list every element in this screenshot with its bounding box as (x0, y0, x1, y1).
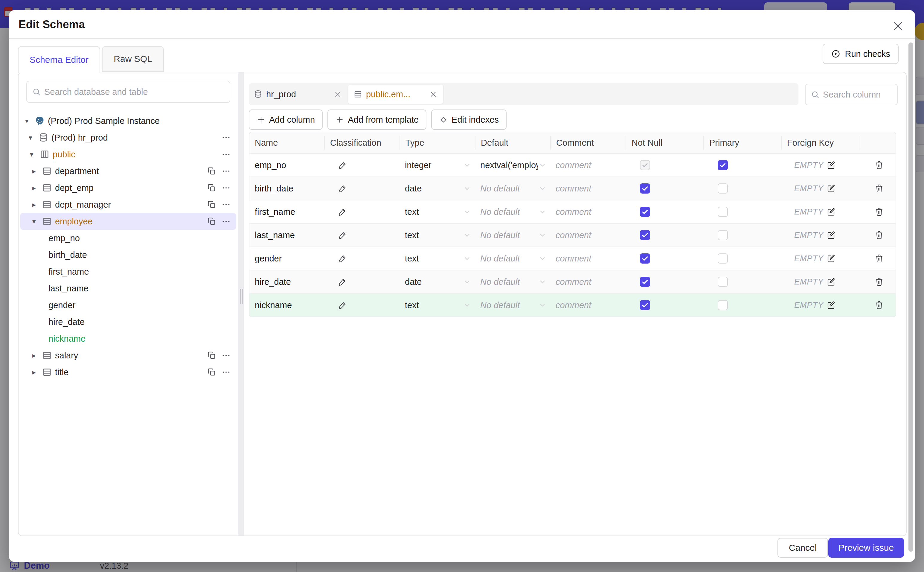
more-menu-icon[interactable] (222, 351, 231, 360)
close-icon[interactable] (891, 19, 905, 33)
not-null-checkbox[interactable] (640, 300, 650, 310)
edit-foreign-key-icon[interactable] (826, 161, 836, 169)
delete-column-icon[interactable] (874, 207, 884, 217)
more-menu-icon[interactable] (222, 368, 231, 377)
classification-edit-icon[interactable] (338, 301, 347, 309)
delete-column-icon[interactable] (874, 300, 884, 310)
column-default[interactable]: No default (480, 300, 538, 310)
column-search[interactable] (805, 84, 898, 105)
copy-icon[interactable] (207, 166, 216, 176)
edit-foreign-key-icon[interactable] (826, 254, 836, 263)
classification-edit-icon[interactable] (338, 277, 347, 286)
chevron-down-icon[interactable] (463, 301, 471, 309)
primary-checkbox[interactable] (718, 300, 728, 310)
sidebar-search-input[interactable] (44, 87, 229, 97)
copy-icon[interactable] (207, 351, 216, 360)
chevron-down-icon[interactable] (538, 278, 547, 286)
caret-icon[interactable]: ▸ (32, 184, 42, 192)
not-null-checkbox[interactable] (640, 183, 650, 194)
tree-item[interactable]: ▸ dept_emp (19, 179, 238, 196)
tree-item[interactable]: ▾ employee (20, 213, 236, 230)
tree-item[interactable]: hire_date (19, 314, 238, 330)
caret-icon[interactable]: ▾ (25, 117, 35, 125)
add-column-button[interactable]: Add column (249, 109, 322, 130)
chevron-down-icon[interactable] (463, 208, 471, 216)
chevron-down-icon[interactable] (538, 184, 547, 193)
chevron-down-icon[interactable] (538, 231, 547, 239)
tab-schema-editor[interactable]: Schema Editor (18, 46, 100, 73)
chevron-down-icon[interactable] (463, 161, 471, 169)
tree-item[interactable]: nickname (19, 330, 238, 347)
column-default[interactable]: nextval('employ (480, 160, 538, 170)
tab-raw-sql[interactable]: Raw SQL (102, 46, 164, 72)
caret-icon[interactable]: ▸ (32, 167, 42, 175)
column-default[interactable]: No default (480, 277, 538, 287)
tree-item[interactable]: ▸ dept_manager (19, 196, 238, 213)
not-null-checkbox[interactable] (640, 160, 650, 170)
more-menu-icon[interactable] (222, 217, 231, 226)
more-menu-icon[interactable] (222, 133, 231, 142)
tab-public-employee[interactable]: public.em... (348, 85, 443, 104)
preview-issue-button[interactable]: Preview issue (828, 538, 904, 558)
comment-input[interactable]: comment (556, 230, 591, 240)
not-null-checkbox[interactable] (640, 277, 650, 287)
classification-edit-icon[interactable] (338, 207, 347, 216)
column-type[interactable]: date (405, 184, 422, 194)
modal-scrollbar[interactable] (908, 42, 913, 552)
primary-checkbox[interactable] (718, 160, 728, 170)
delete-column-icon[interactable] (874, 254, 884, 263)
cancel-button[interactable]: Cancel (777, 538, 828, 558)
tree-item[interactable]: ▾ (Prod) Prod Sample Instance (19, 112, 238, 129)
classification-edit-icon[interactable] (338, 184, 347, 193)
chevron-down-icon[interactable] (538, 161, 547, 169)
edit-foreign-key-icon[interactable] (826, 184, 836, 193)
run-checks-button[interactable]: Run checks (823, 44, 899, 64)
tree-item[interactable]: ▸ department (19, 163, 238, 179)
column-default[interactable]: No default (480, 254, 538, 264)
classification-edit-icon[interactable] (338, 161, 347, 169)
column-type[interactable]: text (405, 230, 419, 240)
tree-item[interactable]: birth_date (19, 247, 238, 263)
delete-column-icon[interactable] (874, 160, 884, 170)
comment-input[interactable]: comment (556, 160, 591, 170)
primary-checkbox[interactable] (718, 183, 728, 194)
chevron-down-icon[interactable] (463, 184, 471, 193)
chevron-down-icon[interactable] (463, 254, 471, 263)
caret-icon[interactable]: ▾ (29, 134, 38, 142)
not-null-checkbox[interactable] (640, 230, 650, 240)
column-type[interactable]: text (405, 300, 419, 310)
delete-column-icon[interactable] (874, 230, 884, 240)
tree-item[interactable]: gender (19, 297, 238, 314)
tree-item[interactable]: last_name (19, 280, 238, 297)
sidebar-search[interactable] (26, 81, 230, 103)
close-tab-icon[interactable] (334, 90, 341, 98)
edit-foreign-key-icon[interactable] (826, 231, 836, 239)
delete-column-icon[interactable] (874, 277, 884, 287)
comment-input[interactable]: comment (556, 277, 591, 287)
copy-icon[interactable] (207, 200, 216, 209)
copy-icon[interactable] (207, 368, 216, 377)
comment-input[interactable]: comment (556, 184, 591, 194)
primary-checkbox[interactable] (718, 253, 728, 264)
column-type[interactable]: integer (405, 160, 431, 170)
more-menu-icon[interactable] (222, 166, 231, 176)
caret-icon[interactable]: ▸ (32, 351, 42, 360)
column-default[interactable]: No default (480, 207, 538, 217)
chevron-down-icon[interactable] (463, 278, 471, 286)
comment-input[interactable]: comment (556, 300, 591, 310)
caret-icon[interactable]: ▾ (32, 218, 42, 225)
primary-checkbox[interactable] (718, 277, 728, 287)
not-null-checkbox[interactable] (640, 253, 650, 264)
caret-icon[interactable]: ▸ (32, 201, 42, 209)
caret-icon[interactable]: ▸ (32, 368, 42, 376)
edit-indexes-button[interactable]: Edit indexes (431, 109, 507, 130)
classification-edit-icon[interactable] (338, 231, 347, 239)
comment-input[interactable]: comment (556, 254, 591, 264)
chevron-down-icon[interactable] (538, 208, 547, 216)
copy-icon[interactable] (207, 217, 216, 226)
chevron-down-icon[interactable] (538, 254, 547, 263)
column-default[interactable]: No default (480, 230, 538, 240)
column-type[interactable]: date (405, 277, 422, 287)
comment-input[interactable]: comment (556, 207, 591, 217)
tree-item[interactable]: first_name (19, 263, 238, 280)
